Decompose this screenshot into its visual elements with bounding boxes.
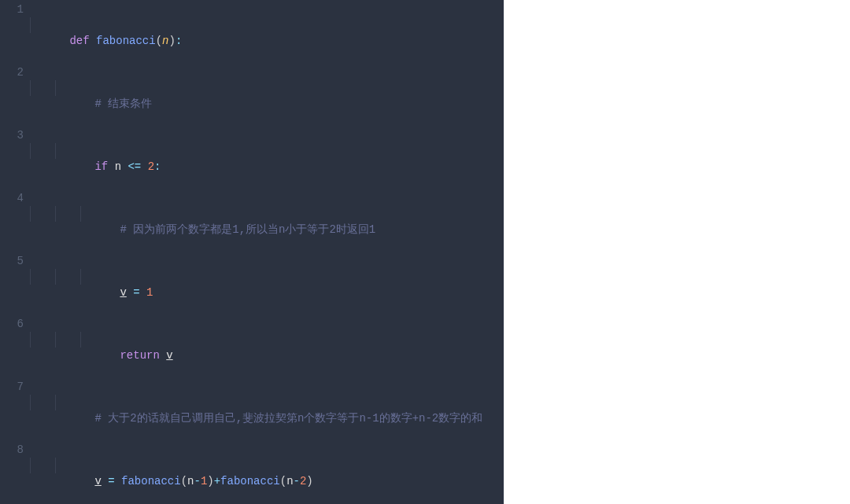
line-number: 6 — [0, 316, 30, 379]
keyword-if: if — [94, 160, 114, 173]
operator: - — [194, 475, 200, 487]
line-number: 4 — [0, 190, 30, 253]
operator: - — [294, 475, 300, 487]
func-call: fabonacci — [121, 475, 181, 487]
line-number: 7 — [0, 379, 30, 442]
var: v — [166, 349, 172, 362]
paren: ) — [207, 475, 213, 487]
number: 1 — [146, 286, 153, 299]
code-line: 8 v = fabonacci(n-1)+fabonacci(n-2) — [0, 442, 504, 504]
code-line: 2 # 结束条件 — [0, 64, 504, 127]
comment: # 因为前两个数字都是1,所以当n小于等于2时返回1 — [120, 223, 375, 236]
var: v — [94, 475, 101, 487]
operator: = — [102, 475, 121, 487]
colon: : — [154, 160, 161, 173]
var: n — [286, 475, 293, 487]
code-line: 6 return v — [0, 316, 504, 379]
keyword-def: def — [69, 35, 96, 47]
code-line: 7 # 大于2的话就自己调用自己,斐波拉契第n个数字等于n-1的数字+n-2数字… — [0, 379, 504, 442]
comment: # 大于2的话就自己调用自己,斐波拉契第n个数字等于n-1的数字+n-2数字的和 — [94, 412, 482, 425]
code-line: 4 # 因为前两个数字都是1,所以当n小于等于2时返回1 — [0, 190, 504, 253]
comment: # 结束条件 — [94, 97, 152, 110]
line-number: 8 — [0, 442, 30, 504]
operator: = — [127, 286, 146, 299]
code-line: 1 def fabonacci(n): — [0, 2, 504, 64]
func-call: fabonacci — [220, 475, 280, 487]
operator: + — [214, 475, 220, 487]
line-number: 5 — [0, 253, 30, 316]
paren: ) — [168, 35, 175, 47]
paren: ) — [306, 475, 312, 487]
var: v — [120, 286, 126, 299]
keyword-return: return — [120, 349, 166, 362]
paren: ( — [156, 35, 162, 47]
colon: : — [176, 35, 182, 47]
func-name: fabonacci — [96, 35, 156, 47]
code-line: 5 v = 1 — [0, 253, 504, 316]
code-editor: 1 def fabonacci(n): 2 # 结束条件 3 if n <= 2… — [0, 0, 504, 504]
paren: ( — [280, 475, 286, 487]
code-line: 3 if n <= 2: — [0, 127, 504, 190]
line-number: 1 — [0, 2, 30, 64]
operator: <= — [121, 160, 148, 173]
line-number: 2 — [0, 64, 30, 127]
number: 2 — [148, 160, 154, 173]
paren: ( — [181, 475, 187, 487]
var: n — [115, 160, 121, 173]
line-number: 3 — [0, 127, 30, 190]
